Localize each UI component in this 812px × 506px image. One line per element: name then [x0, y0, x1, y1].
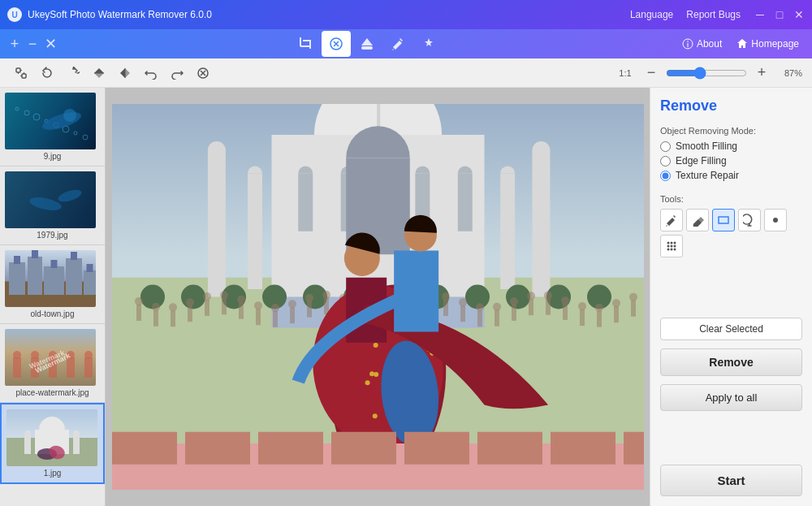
removing-mode-section: Object Removing Mode: Smooth Filling Edg…: [660, 126, 802, 186]
thumb-canvas-4: [6, 409, 97, 466]
fill-tool-btn[interactable]: [352, 31, 382, 57]
thumb-canvas-3: [5, 329, 96, 386]
main-content: 9.jpg 1979.jpg old-town.jpg Watermark pl…: [0, 88, 812, 506]
zoom-out-btn[interactable]: −: [640, 62, 663, 84]
right-panel: Remove Object Removing Mode: Smooth Fill…: [650, 88, 812, 506]
edge-filling-radio[interactable]: [660, 156, 671, 167]
svg-point-21: [674, 242, 676, 244]
texture-repair-radio[interactable]: [660, 171, 671, 181]
thumb-item-0[interactable]: 9.jpg: [0, 88, 105, 167]
smooth-filling-radio[interactable]: [660, 141, 671, 152]
remove-btn[interactable]: Remove: [660, 348, 802, 376]
svg-marker-12: [120, 68, 125, 78]
svg-rect-18: [719, 217, 728, 223]
tools-section: Tools:: [660, 194, 802, 264]
eraser-draw-btn[interactable]: [686, 209, 709, 231]
svg-point-23: [671, 245, 673, 248]
texture-repair-option[interactable]: Texture Repair: [660, 170, 802, 181]
about-btn[interactable]: About: [676, 35, 728, 53]
start-btn[interactable]: Start: [660, 465, 802, 496]
zoom-ratio-label: 1:1: [614, 68, 637, 78]
thumb-label-2: old-town.jpg: [5, 309, 100, 318]
magic-wand-draw-btn[interactable]: [764, 209, 787, 231]
thumb-item-3[interactable]: Watermark place-watermark.jpg: [0, 324, 105, 403]
edge-filling-option[interactable]: Edge Filling: [660, 155, 802, 167]
svg-marker-13: [125, 68, 130, 78]
main-image-area[interactable]: [106, 88, 650, 506]
thumb-label-1: 1979.jpg: [5, 231, 100, 240]
flip-h-btn[interactable]: [114, 62, 136, 84]
zoom-slider[interactable]: [666, 67, 747, 80]
crop-tool-btn[interactable]: [291, 31, 320, 57]
redo-rotate-btn[interactable]: [62, 62, 84, 84]
svg-point-6: [687, 41, 689, 42]
homepage-label: Homepage: [751, 38, 799, 50]
lasso-draw-btn[interactable]: [738, 209, 761, 231]
flip-v-btn[interactable]: [88, 62, 110, 84]
smart-select-btn[interactable]: [10, 62, 32, 84]
svg-rect-7: [16, 68, 20, 72]
svg-marker-9: [94, 68, 104, 73]
report-bugs-btn[interactable]: Report Bugs: [686, 9, 741, 20]
maximize-btn[interactable]: □: [773, 8, 786, 21]
thumb-item-1[interactable]: 1979.jpg: [0, 167, 105, 245]
svg-marker-10: [94, 73, 104, 78]
title-links: Language Report Bugs: [630, 9, 741, 20]
thumb-item-2[interactable]: old-town.jpg: [0, 245, 105, 324]
clear-all-btn[interactable]: [192, 62, 214, 84]
undo-rotate-btn[interactable]: [36, 62, 58, 84]
main-toolbar: + − ✕ Remove Abo: [0, 29, 812, 58]
language-btn[interactable]: Language: [630, 9, 673, 20]
svg-point-20: [671, 242, 673, 244]
thumb-label-3: place-watermark.jpg: [5, 388, 100, 397]
svg-point-25: [667, 249, 670, 251]
thumb-item-4[interactable]: 1.jpg: [0, 403, 105, 484]
add-file-btn[interactable]: +: [6, 36, 23, 52]
svg-point-24: [674, 245, 676, 248]
remove-file-btn[interactable]: −: [24, 36, 41, 52]
window-controls: ─ □ ✕: [754, 8, 806, 21]
svg-point-26: [671, 249, 673, 251]
sidebar: 9.jpg 1979.jpg old-town.jpg Watermark pl…: [0, 88, 106, 506]
clear-selected-btn[interactable]: Clear Selected: [660, 318, 802, 340]
pattern-draw-btn[interactable]: [660, 235, 683, 257]
smooth-filling-label: Smooth Filling: [676, 141, 737, 152]
thumb-label-0: 9.jpg: [5, 152, 100, 161]
svg-point-19: [667, 242, 670, 244]
app-logo-icon: U: [6, 6, 23, 23]
thumb-canvas-0: [5, 93, 96, 149]
main-image-canvas: [112, 104, 644, 490]
svg-text:U: U: [11, 11, 17, 19]
zoom-percent-label: 87%: [776, 68, 802, 78]
zoom-controls: 1:1 − + 87%: [614, 62, 802, 84]
close-files-btn[interactable]: ✕: [42, 36, 58, 52]
remove-tool-btn[interactable]: Remove: [322, 31, 351, 57]
undo-btn[interactable]: [140, 62, 162, 84]
tools-section-label: Tools:: [660, 194, 802, 204]
app-title: UkeySoft Photo Watermark Remover 6.0.0: [28, 9, 630, 20]
rect-draw-btn[interactable]: [712, 209, 735, 231]
thumb-canvas-2: [5, 250, 96, 307]
about-label: About: [697, 38, 722, 50]
texture-repair-label: Texture Repair: [676, 170, 739, 181]
drawing-tools-row: [660, 209, 802, 257]
brush-draw-btn[interactable]: [660, 209, 683, 231]
brush-tool-btn[interactable]: [383, 31, 412, 57]
close-btn[interactable]: ✕: [793, 8, 806, 21]
smooth-filling-option[interactable]: Smooth Filling: [660, 141, 802, 152]
panel-title: Remove: [660, 97, 802, 115]
svg-point-22: [667, 245, 670, 248]
settings-tool-btn[interactable]: [414, 31, 443, 57]
title-bar: U UkeySoft Photo Watermark Remover 6.0.0…: [0, 0, 812, 29]
removing-mode-label: Object Removing Mode:: [660, 126, 802, 136]
svg-rect-3: [361, 46, 373, 50]
removing-mode-group: Smooth Filling Edge Filling Texture Repa…: [660, 141, 802, 181]
svg-rect-8: [22, 74, 26, 78]
thumb-canvas-1: [5, 171, 96, 228]
edge-filling-label: Edge Filling: [676, 155, 727, 167]
redo-btn[interactable]: [166, 62, 188, 84]
homepage-btn[interactable]: Homepage: [730, 35, 806, 53]
minimize-btn[interactable]: ─: [754, 8, 767, 21]
zoom-in-btn[interactable]: +: [750, 62, 773, 84]
apply-to-all-btn[interactable]: Apply to all: [660, 384, 802, 411]
